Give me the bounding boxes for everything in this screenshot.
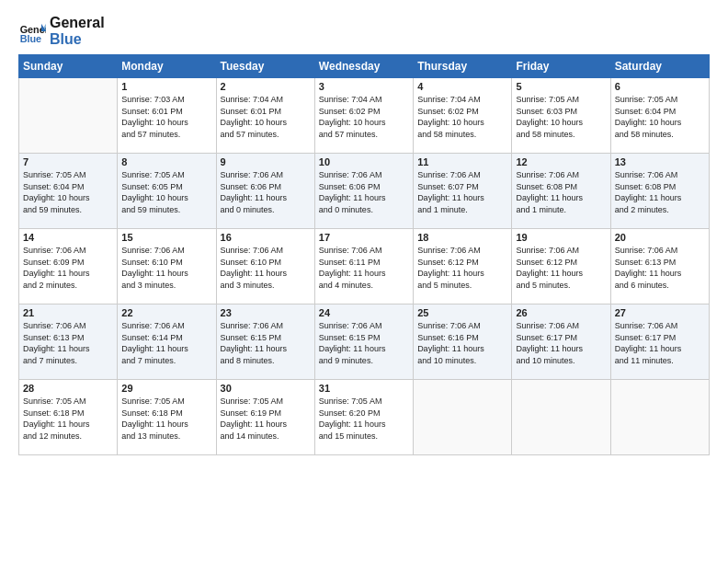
day-info: Sunrise: 7:06 AMSunset: 6:12 PMDaylight:… (516, 245, 606, 291)
calendar-cell: 3Sunrise: 7:04 AMSunset: 6:02 PMDaylight… (314, 78, 413, 154)
day-info: Sunrise: 7:04 AMSunset: 6:02 PMDaylight:… (417, 94, 507, 140)
day-number: 24 (319, 307, 409, 318)
day-header-tuesday: Tuesday (216, 55, 314, 78)
calendar-cell: 12Sunrise: 7:06 AMSunset: 6:08 PMDayligh… (512, 154, 610, 229)
week-row-4: 21Sunrise: 7:06 AMSunset: 6:13 PMDayligh… (19, 304, 710, 380)
day-info: Sunrise: 7:06 AMSunset: 6:08 PMDaylight:… (516, 169, 606, 215)
calendar-cell: 17Sunrise: 7:06 AMSunset: 6:11 PMDayligh… (314, 229, 413, 304)
day-header-thursday: Thursday (414, 55, 512, 78)
calendar-cell (512, 380, 610, 455)
day-header-row: SundayMondayTuesdayWednesdayThursdayFrid… (19, 55, 710, 78)
day-info: Sunrise: 7:06 AMSunset: 6:07 PMDaylight:… (417, 169, 507, 215)
logo: General Blue General Blue (18, 15, 105, 47)
day-info: Sunrise: 7:05 AMSunset: 6:18 PMDaylight:… (121, 396, 211, 442)
day-info: Sunrise: 7:06 AMSunset: 6:16 PMDaylight:… (417, 320, 507, 366)
day-info: Sunrise: 7:06 AMSunset: 6:06 PMDaylight:… (319, 169, 409, 215)
week-row-3: 14Sunrise: 7:06 AMSunset: 6:09 PMDayligh… (19, 229, 710, 304)
week-row-2: 7Sunrise: 7:05 AMSunset: 6:04 PMDaylight… (19, 154, 710, 229)
calendar-cell: 29Sunrise: 7:05 AMSunset: 6:18 PMDayligh… (118, 380, 216, 455)
day-info: Sunrise: 7:05 AMSunset: 6:03 PMDaylight:… (516, 94, 606, 140)
day-number: 21 (23, 307, 113, 318)
day-number: 8 (121, 156, 211, 167)
calendar-cell: 22Sunrise: 7:06 AMSunset: 6:14 PMDayligh… (118, 304, 216, 380)
calendar-cell: 7Sunrise: 7:05 AMSunset: 6:04 PMDaylight… (19, 154, 118, 229)
day-info: Sunrise: 7:06 AMSunset: 6:06 PMDaylight:… (221, 169, 311, 215)
day-number: 31 (319, 383, 409, 394)
logo-icon: General Blue (18, 17, 46, 45)
day-info: Sunrise: 7:06 AMSunset: 6:15 PMDaylight:… (221, 320, 311, 366)
logo-text: General Blue (50, 15, 105, 47)
day-info: Sunrise: 7:06 AMSunset: 6:13 PMDaylight:… (23, 320, 113, 366)
calendar-cell: 19Sunrise: 7:06 AMSunset: 6:12 PMDayligh… (512, 229, 610, 304)
day-info: Sunrise: 7:06 AMSunset: 6:14 PMDaylight:… (121, 320, 211, 366)
week-row-1: 1Sunrise: 7:03 AMSunset: 6:01 PMDaylight… (19, 78, 710, 154)
day-number: 23 (221, 307, 311, 318)
day-info: Sunrise: 7:06 AMSunset: 6:11 PMDaylight:… (319, 245, 409, 291)
calendar-cell: 9Sunrise: 7:06 AMSunset: 6:06 PMDaylight… (216, 154, 314, 229)
day-number: 13 (615, 156, 705, 167)
calendar-cell (414, 380, 512, 455)
day-info: Sunrise: 7:05 AMSunset: 6:04 PMDaylight:… (615, 94, 705, 140)
calendar-cell: 23Sunrise: 7:06 AMSunset: 6:15 PMDayligh… (216, 304, 314, 380)
day-number: 18 (417, 232, 507, 243)
day-info: Sunrise: 7:05 AMSunset: 6:05 PMDaylight:… (121, 169, 211, 215)
day-number: 6 (615, 81, 705, 92)
calendar-cell: 10Sunrise: 7:06 AMSunset: 6:06 PMDayligh… (314, 154, 413, 229)
calendar-cell: 16Sunrise: 7:06 AMSunset: 6:10 PMDayligh… (216, 229, 314, 304)
day-number: 15 (121, 232, 211, 243)
logo-blue: Blue (50, 31, 105, 48)
calendar-cell: 5Sunrise: 7:05 AMSunset: 6:03 PMDaylight… (512, 78, 610, 154)
calendar-cell: 1Sunrise: 7:03 AMSunset: 6:01 PMDaylight… (118, 78, 216, 154)
page: General Blue General Blue SundayMondayTu… (0, 0, 728, 563)
day-info: Sunrise: 7:06 AMSunset: 6:13 PMDaylight:… (615, 245, 705, 291)
day-number: 9 (221, 156, 311, 167)
day-number: 19 (516, 232, 606, 243)
day-number: 4 (417, 81, 507, 92)
calendar-cell: 21Sunrise: 7:06 AMSunset: 6:13 PMDayligh… (19, 304, 118, 380)
day-number: 29 (121, 383, 211, 394)
day-info: Sunrise: 7:06 AMSunset: 6:10 PMDaylight:… (221, 245, 311, 291)
day-number: 11 (417, 156, 507, 167)
day-number: 12 (516, 156, 606, 167)
calendar-cell: 31Sunrise: 7:05 AMSunset: 6:20 PMDayligh… (314, 380, 413, 455)
day-info: Sunrise: 7:04 AMSunset: 6:02 PMDaylight:… (319, 94, 409, 140)
day-info: Sunrise: 7:06 AMSunset: 6:08 PMDaylight:… (615, 169, 705, 215)
day-info: Sunrise: 7:03 AMSunset: 6:01 PMDaylight:… (121, 94, 211, 140)
day-number: 16 (221, 232, 311, 243)
day-info: Sunrise: 7:06 AMSunset: 6:09 PMDaylight:… (23, 245, 113, 291)
calendar-cell (610, 380, 709, 455)
day-info: Sunrise: 7:06 AMSunset: 6:10 PMDaylight:… (121, 245, 211, 291)
day-info: Sunrise: 7:05 AMSunset: 6:04 PMDaylight:… (23, 169, 113, 215)
logo-general: General (50, 15, 105, 31)
day-info: Sunrise: 7:05 AMSunset: 6:20 PMDaylight:… (319, 396, 409, 442)
day-number: 2 (221, 81, 311, 92)
calendar-cell: 25Sunrise: 7:06 AMSunset: 6:16 PMDayligh… (414, 304, 512, 380)
header: General Blue General Blue (18, 15, 710, 47)
calendar-cell: 14Sunrise: 7:06 AMSunset: 6:09 PMDayligh… (19, 229, 118, 304)
day-info: Sunrise: 7:05 AMSunset: 6:18 PMDaylight:… (23, 396, 113, 442)
calendar-cell: 30Sunrise: 7:05 AMSunset: 6:19 PMDayligh… (216, 380, 314, 455)
day-header-saturday: Saturday (610, 55, 709, 78)
day-header-wednesday: Wednesday (314, 55, 413, 78)
day-number: 20 (615, 232, 705, 243)
day-number: 5 (516, 81, 606, 92)
calendar-cell: 20Sunrise: 7:06 AMSunset: 6:13 PMDayligh… (610, 229, 709, 304)
day-number: 28 (23, 383, 113, 394)
day-info: Sunrise: 7:06 AMSunset: 6:17 PMDaylight:… (516, 320, 606, 366)
day-info: Sunrise: 7:06 AMSunset: 6:15 PMDaylight:… (319, 320, 409, 366)
week-row-5: 28Sunrise: 7:05 AMSunset: 6:18 PMDayligh… (19, 380, 710, 455)
day-number: 1 (121, 81, 211, 92)
day-number: 10 (319, 156, 409, 167)
calendar-cell: 26Sunrise: 7:06 AMSunset: 6:17 PMDayligh… (512, 304, 610, 380)
calendar-cell: 8Sunrise: 7:05 AMSunset: 6:05 PMDaylight… (118, 154, 216, 229)
calendar-cell: 4Sunrise: 7:04 AMSunset: 6:02 PMDaylight… (414, 78, 512, 154)
day-number: 17 (319, 232, 409, 243)
day-header-monday: Monday (118, 55, 216, 78)
day-header-sunday: Sunday (19, 55, 118, 78)
calendar-cell: 18Sunrise: 7:06 AMSunset: 6:12 PMDayligh… (414, 229, 512, 304)
calendar-cell: 28Sunrise: 7:05 AMSunset: 6:18 PMDayligh… (19, 380, 118, 455)
calendar-cell: 27Sunrise: 7:06 AMSunset: 6:17 PMDayligh… (610, 304, 709, 380)
calendar-cell: 6Sunrise: 7:05 AMSunset: 6:04 PMDaylight… (610, 78, 709, 154)
day-number: 30 (221, 383, 311, 394)
day-number: 14 (23, 232, 113, 243)
